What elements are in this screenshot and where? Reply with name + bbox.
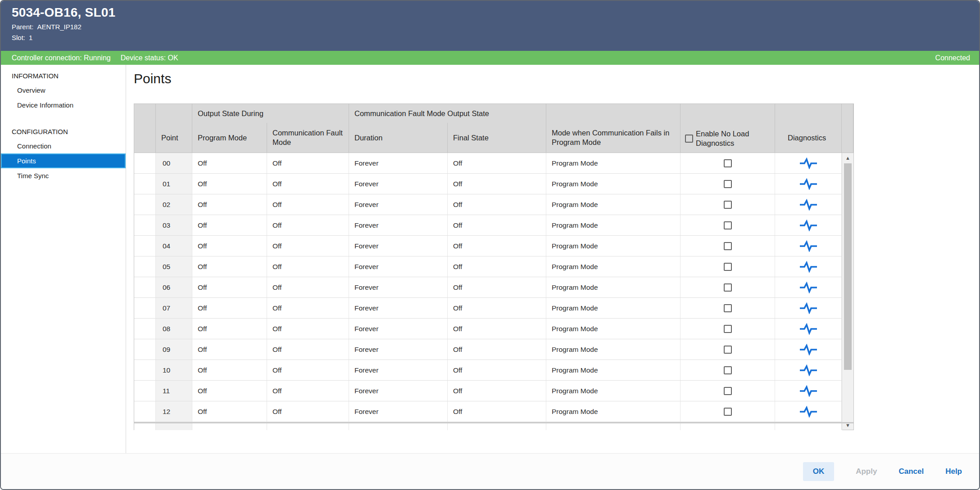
- cell-mode-when-comm-fails[interactable]: Program Mode: [546, 236, 681, 256]
- cell-point[interactable]: 01: [156, 174, 192, 194]
- cell-communication-fault-mode[interactable]: Off: [267, 256, 349, 277]
- cell-program-mode[interactable]: Off: [192, 153, 267, 173]
- cell-final-state[interactable]: Off: [448, 298, 546, 318]
- enable-no-load-checkbox[interactable]: [724, 387, 732, 395]
- enable-no-load-all-checkbox[interactable]: [685, 135, 693, 143]
- sidebar-item-connection[interactable]: Connection: [1, 139, 126, 153]
- row-indicator-cell[interactable]: [134, 277, 156, 297]
- cell-mode-when-comm-fails[interactable]: Program Mode: [546, 401, 681, 422]
- cell-communication-fault-mode[interactable]: Off: [267, 298, 349, 318]
- cell-communication-fault-mode[interactable]: Off: [267, 236, 349, 256]
- cell-duration[interactable]: Forever: [349, 381, 448, 401]
- cell-mode-when-comm-fails[interactable]: Program Mode: [546, 381, 681, 401]
- cell-final-state[interactable]: Off: [448, 360, 546, 380]
- cell-final-state[interactable]: Off: [448, 236, 546, 256]
- cell-program-mode[interactable]: Off: [192, 236, 267, 256]
- cell-point[interactable]: 02: [156, 194, 192, 215]
- sidebar-item-points[interactable]: Points: [1, 153, 126, 168]
- diagnostics-pulse-icon[interactable]: [799, 344, 817, 355]
- cell-mode-when-comm-fails[interactable]: Program Mode: [546, 339, 681, 360]
- sidebar-item-device-information[interactable]: Device Information: [1, 98, 126, 112]
- cell-duration[interactable]: Forever: [349, 215, 448, 235]
- ok-button[interactable]: OK: [803, 462, 835, 481]
- cell-mode-when-comm-fails[interactable]: Program Mode: [546, 298, 681, 318]
- cell-communication-fault-mode[interactable]: Off: [267, 174, 349, 194]
- cell-duration[interactable]: Forever: [349, 256, 448, 277]
- cell-final-state[interactable]: Off: [448, 256, 546, 277]
- diagnostics-pulse-icon[interactable]: [799, 240, 817, 252]
- cell-program-mode[interactable]: Off: [192, 381, 267, 401]
- enable-no-load-checkbox[interactable]: [724, 242, 732, 250]
- scroll-up-arrow-icon[interactable]: ▲: [842, 154, 853, 162]
- diagnostics-pulse-icon[interactable]: [799, 364, 817, 376]
- cell-point[interactable]: 10: [156, 360, 192, 380]
- cell-communication-fault-mode[interactable]: Off: [267, 153, 349, 173]
- diagnostics-pulse-icon[interactable]: [799, 385, 817, 397]
- cell-duration[interactable]: Forever: [349, 339, 448, 360]
- cell-mode-when-comm-fails[interactable]: Program Mode: [546, 215, 681, 235]
- cell-point[interactable]: 12: [156, 401, 192, 422]
- diagnostics-pulse-icon[interactable]: [799, 220, 817, 231]
- row-indicator-cell[interactable]: [134, 360, 156, 380]
- cell-program-mode[interactable]: Off: [192, 319, 267, 339]
- cell-point[interactable]: 06: [156, 277, 192, 297]
- cell-point[interactable]: 03: [156, 215, 192, 235]
- cell-final-state[interactable]: Off: [448, 153, 546, 173]
- row-indicator-cell[interactable]: [134, 215, 156, 235]
- cell-final-state[interactable]: Off: [448, 319, 546, 339]
- diagnostics-pulse-icon[interactable]: [799, 302, 817, 314]
- apply-button[interactable]: Apply: [856, 467, 877, 476]
- cell-program-mode[interactable]: Off: [192, 339, 267, 360]
- row-indicator-cell[interactable]: [134, 401, 156, 422]
- row-indicator-cell[interactable]: [134, 319, 156, 339]
- cell-program-mode[interactable]: Off: [192, 298, 267, 318]
- cell-duration[interactable]: Forever: [349, 277, 448, 297]
- cell-point[interactable]: 08: [156, 319, 192, 339]
- diagnostics-pulse-icon[interactable]: [799, 199, 817, 211]
- enable-no-load-checkbox[interactable]: [724, 283, 732, 292]
- diagnostics-pulse-icon[interactable]: [799, 178, 817, 190]
- cell-program-mode[interactable]: Off: [192, 401, 267, 422]
- row-indicator-cell[interactable]: [134, 194, 156, 215]
- cell-duration[interactable]: Forever: [349, 153, 448, 173]
- cell-mode-when-comm-fails[interactable]: Program Mode: [546, 360, 681, 380]
- enable-no-load-checkbox[interactable]: [724, 325, 732, 333]
- enable-no-load-checkbox[interactable]: [724, 221, 732, 229]
- cell-program-mode[interactable]: Off: [192, 194, 267, 215]
- cell-final-state[interactable]: Off: [448, 215, 546, 235]
- scrollbar-thumb[interactable]: [844, 163, 852, 370]
- cell-mode-when-comm-fails[interactable]: Program Mode: [546, 277, 681, 297]
- diagnostics-pulse-icon[interactable]: [799, 261, 817, 273]
- cell-program-mode[interactable]: Off: [192, 360, 267, 380]
- sidebar-item-time-sync[interactable]: Time Sync: [1, 168, 126, 183]
- cell-communication-fault-mode[interactable]: Off: [267, 360, 349, 380]
- cell-point[interactable]: 05: [156, 256, 192, 277]
- cell-final-state[interactable]: Off: [448, 381, 546, 401]
- cell-communication-fault-mode[interactable]: Off: [267, 319, 349, 339]
- enable-no-load-checkbox[interactable]: [724, 180, 732, 188]
- row-indicator-cell[interactable]: [134, 298, 156, 318]
- cell-mode-when-comm-fails[interactable]: Program Mode: [546, 194, 681, 215]
- enable-no-load-checkbox[interactable]: [724, 408, 732, 416]
- cell-final-state[interactable]: Off: [448, 174, 546, 194]
- cell-mode-when-comm-fails[interactable]: Program Mode: [546, 319, 681, 339]
- cell-program-mode[interactable]: Off: [192, 215, 267, 235]
- diagnostics-pulse-icon[interactable]: [799, 157, 817, 169]
- sidebar-item-overview[interactable]: Overview: [1, 83, 126, 98]
- cell-point[interactable]: 09: [156, 339, 192, 360]
- row-indicator-cell[interactable]: [134, 174, 156, 194]
- cell-point[interactable]: 07: [156, 298, 192, 318]
- cell-mode-when-comm-fails[interactable]: Program Mode: [546, 153, 681, 173]
- cell-communication-fault-mode[interactable]: Off: [267, 339, 349, 360]
- enable-no-load-checkbox[interactable]: [724, 366, 732, 374]
- cell-communication-fault-mode[interactable]: Off: [267, 215, 349, 235]
- cell-mode-when-comm-fails[interactable]: Program Mode: [546, 256, 681, 277]
- cell-program-mode[interactable]: Off: [192, 174, 267, 194]
- row-indicator-cell[interactable]: [134, 256, 156, 277]
- diagnostics-pulse-icon[interactable]: [799, 323, 817, 335]
- cancel-button[interactable]: Cancel: [898, 467, 924, 476]
- diagnostics-pulse-icon[interactable]: [799, 406, 817, 418]
- cell-communication-fault-mode[interactable]: Off: [267, 194, 349, 215]
- cell-duration[interactable]: Forever: [349, 319, 448, 339]
- cell-point[interactable]: 04: [156, 236, 192, 256]
